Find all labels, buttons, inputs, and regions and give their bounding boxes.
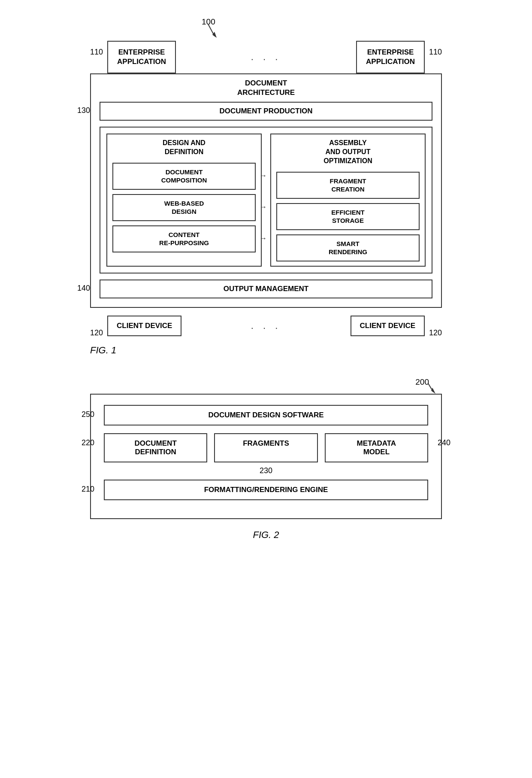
doc-composition-box: DOCUMENTCOMPOSITION → [112, 163, 256, 190]
fig1-caption: FIG. 1 [90, 345, 442, 356]
formatting-rendering-box: FORMATTING/RENDERING ENGINE [104, 480, 428, 500]
smart-rendering-box: SMARTRENDERING [276, 234, 420, 261]
doc-production-box: DOCUMENT PRODUCTION [100, 102, 432, 121]
enterprise-app-box-2: ENTERPRISEAPPLICATION [356, 41, 425, 73]
label-240: 240 [438, 438, 450, 447]
label-250: 250 [82, 410, 94, 419]
doc-definition-box: DOCUMENTDEFINITION [104, 433, 207, 462]
client-device-box-1: CLIENT DEVICE [107, 316, 181, 336]
fragment-creation-box: FRAGMENTCREATION [276, 172, 420, 199]
client-device-box-2: CLIENT DEVICE [351, 316, 425, 336]
doc-architecture-label: DOCUMENTARCHITECTURE [100, 79, 432, 97]
label-130: 130 [77, 106, 90, 115]
label-110-right: 110 [429, 48, 442, 57]
metadata-model-box: METADATAMODEL [325, 433, 428, 462]
label-220: 220 [82, 438, 94, 447]
label-110-left: 110 [90, 48, 103, 57]
doc-design-software-box: DOCUMENT DESIGN SOFTWARE [104, 405, 428, 425]
dots-client: . . . [251, 320, 281, 331]
label-140: 140 [77, 284, 90, 293]
assembly-header: ASSEMBLYAND OUTPUTOPTIMIZATION [276, 139, 420, 165]
label-120-left: 120 [90, 328, 103, 337]
label-120-right: 120 [429, 328, 442, 337]
web-based-design-box: WEB-BASEDDESIGN → [112, 194, 256, 221]
output-management-box: OUTPUT MANAGEMENT [100, 280, 432, 298]
efficient-storage-box: EFFICIENTSTORAGE [276, 203, 420, 230]
label-210: 210 [82, 485, 94, 494]
label-230: 230 [260, 466, 272, 475]
fig2-caption: FIG. 2 [90, 529, 442, 541]
svg-marker-3 [431, 388, 435, 394]
fragments-box: FRAGMENTS [214, 433, 317, 462]
enterprise-app-box-1: ENTERPRISEAPPLICATION [107, 41, 176, 73]
dots-ea: . . . [251, 52, 281, 63]
content-repurposing-box: CONTENTRE-PURPOSING → [112, 225, 256, 252]
design-header: DESIGN ANDDEFINITION [112, 139, 256, 157]
